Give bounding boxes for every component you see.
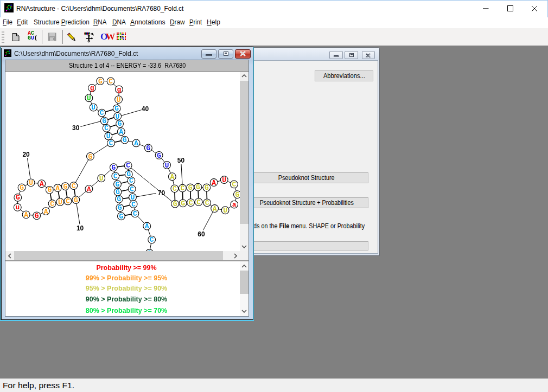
- svg-text:G: G: [20, 184, 24, 192]
- svg-text:G: G: [181, 200, 185, 208]
- svg-text:C: C: [130, 185, 134, 194]
- svg-text:G: G: [118, 120, 122, 128]
- svg-text:G: G: [173, 200, 177, 208]
- svg-text:U: U: [116, 113, 120, 121]
- svg-text:C: C: [100, 109, 104, 117]
- svg-text:G: G: [235, 191, 240, 199]
- svg-text:C: C: [189, 199, 193, 207]
- svg-text:U: U: [106, 132, 111, 140]
- svg-text:A: A: [145, 222, 149, 230]
- svg-text:70: 70: [158, 189, 165, 197]
- svg-text:G: G: [35, 212, 39, 220]
- svg-text:G: G: [117, 195, 122, 203]
- svg-text:G: G: [123, 136, 127, 144]
- svg-text:40: 40: [142, 105, 149, 113]
- svg-text:A: A: [213, 205, 217, 213]
- svg-text:C: C: [72, 182, 76, 190]
- svg-text:G: G: [47, 186, 52, 194]
- svg-text:U: U: [99, 175, 104, 183]
- svg-text:G: G: [116, 188, 120, 196]
- svg-text:G: G: [88, 153, 93, 161]
- svg-text:60: 60: [197, 230, 205, 238]
- svg-text:C: C: [113, 172, 118, 181]
- svg-text:U: U: [223, 207, 227, 215]
- svg-text:A: A: [55, 184, 60, 192]
- svg-text:G: G: [98, 78, 103, 86]
- svg-text:C: C: [232, 181, 237, 189]
- svg-text:G: G: [112, 164, 116, 172]
- svg-text:g: g: [117, 86, 122, 94]
- svg-text:G: G: [118, 204, 122, 212]
- svg-text:C: C: [131, 201, 136, 209]
- svg-text:U: U: [29, 179, 33, 187]
- svg-text:U: U: [165, 162, 169, 170]
- svg-text:20: 20: [22, 151, 30, 158]
- svg-text:G: G: [114, 105, 119, 113]
- svg-text:C: C: [50, 200, 54, 208]
- svg-text:10: 10: [77, 224, 84, 232]
- svg-text:U: U: [222, 176, 226, 184]
- svg-text:G: G: [102, 117, 106, 125]
- svg-text:G: G: [74, 196, 78, 204]
- svg-text:G: G: [63, 183, 67, 191]
- svg-text:G: G: [205, 184, 209, 192]
- svg-text:A: A: [212, 179, 216, 187]
- svg-text:u: u: [15, 203, 20, 211]
- svg-text:G: G: [16, 194, 20, 202]
- svg-text:A: A: [170, 173, 174, 181]
- svg-text:C: C: [104, 124, 109, 132]
- svg-text:U: U: [87, 94, 91, 102]
- svg-text:G: G: [146, 144, 151, 152]
- svg-text:U: U: [117, 96, 121, 104]
- svg-text:50: 50: [177, 157, 185, 164]
- svg-text:A: A: [40, 180, 44, 188]
- svg-text:C: C: [150, 236, 154, 244]
- svg-text:C: C: [133, 210, 137, 218]
- svg-text:G: G: [116, 181, 120, 189]
- svg-text:C: C: [129, 177, 133, 185]
- svg-text:G: G: [119, 213, 124, 221]
- svg-text:A: A: [119, 128, 123, 136]
- svg-text:A: A: [134, 139, 138, 147]
- svg-text:C: C: [196, 198, 201, 207]
- svg-text:A: A: [24, 211, 28, 219]
- svg-text:C: C: [109, 139, 113, 147]
- svg-text:30: 30: [72, 124, 80, 132]
- svg-text:A: A: [44, 208, 48, 216]
- svg-text:C: C: [109, 78, 113, 86]
- svg-text:C: C: [205, 199, 209, 207]
- svg-text:g: g: [90, 84, 94, 92]
- svg-text:G: G: [188, 184, 193, 192]
- svg-text:U: U: [58, 198, 62, 207]
- svg-text:C: C: [180, 184, 184, 192]
- svg-text:A: A: [87, 185, 91, 194]
- svg-text:C: C: [126, 162, 130, 170]
- svg-text:C: C: [66, 197, 70, 205]
- svg-text:G: G: [157, 152, 161, 160]
- svg-text:G: G: [196, 183, 200, 191]
- svg-text:a: a: [232, 201, 237, 209]
- svg-text:U: U: [91, 104, 95, 112]
- svg-text:C: C: [173, 185, 177, 193]
